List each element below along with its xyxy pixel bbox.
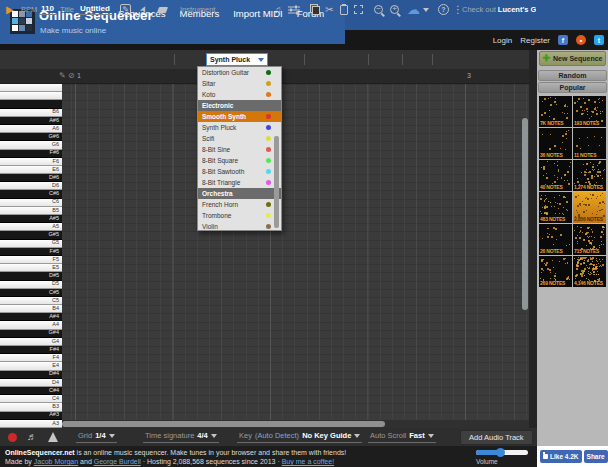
piano-key[interactable]: [0, 92, 62, 100]
piano-key-cs4[interactable]: C#4: [0, 387, 62, 395]
random-button[interactable]: Random: [538, 70, 607, 81]
jacob-morgan-link[interactable]: Jacob Morgan: [34, 458, 78, 465]
twitter-icon[interactable]: t: [594, 35, 604, 45]
piano-key[interactable]: [0, 100, 62, 108]
sequence-thumbnail[interactable]: 7K NOTES: [539, 96, 572, 127]
piano-key-gs5[interactable]: G#5: [0, 231, 62, 239]
piano-key-a6[interactable]: A6: [0, 125, 62, 133]
sequence-thumbnail[interactable]: 26 NOTES: [539, 224, 572, 255]
piano-key-a5[interactable]: A5: [0, 223, 62, 231]
george-burdell-link[interactable]: George Burdell: [94, 458, 141, 465]
auto-scroll-select[interactable]: Auto Scroll Fast: [368, 431, 436, 443]
facebook-like-button[interactable]: Like 4.2K: [540, 450, 582, 463]
zoom-out-icon[interactable]: −: [374, 5, 383, 14]
horizontal-scrollbar-thumb[interactable]: [62, 421, 385, 427]
add-audio-track-button[interactable]: Add Audio Track: [460, 430, 533, 445]
sequence-thumbnail[interactable]: 269 NOTES: [539, 256, 572, 287]
auto-detect-link[interactable]: (Auto Detect): [255, 431, 299, 440]
piano-key-e4[interactable]: E4: [0, 362, 62, 370]
key-guide-select[interactable]: Key (Auto Detect) No Key Guide: [237, 431, 362, 443]
piano-key-b4[interactable]: B4: [0, 305, 62, 313]
sequence-thumbnail[interactable]: 4,146 NOTES: [573, 256, 606, 287]
piano-key-ds4[interactable]: D#4: [0, 371, 62, 379]
piano-key-fs5[interactable]: F#5: [0, 248, 62, 256]
dropdown-item-violin[interactable]: Violin: [198, 221, 281, 231]
help-icon[interactable]: ?: [438, 4, 449, 15]
dropdown-item-smooth-synth[interactable]: Smooth Synth: [198, 111, 281, 122]
piano-key-fs6[interactable]: F#6: [0, 150, 62, 158]
reddit-icon[interactable]: •: [576, 35, 586, 45]
dropdown-item-trombone[interactable]: Trombone: [198, 210, 281, 221]
piano-key-c5[interactable]: C5: [0, 297, 62, 305]
grid-select[interactable]: Grid 1/4: [76, 431, 117, 443]
piano-key-g4[interactable]: G4: [0, 338, 62, 346]
buy-coffee-link[interactable]: Buy me a coffee!: [282, 458, 334, 465]
horizontal-scrollbar[interactable]: [62, 420, 529, 428]
dropdown-item-8-bit-triangle[interactable]: 8-Bit Triangle: [198, 177, 281, 188]
piano-key-a3[interactable]: A3: [0, 420, 62, 428]
dropdown-item-8-bit-sine[interactable]: 8-Bit Sine: [198, 144, 281, 155]
facebook-share-button[interactable]: Share: [584, 450, 608, 463]
midi-input-icon[interactable]: ♬: [27, 432, 37, 442]
cloud-save-icon[interactable]: ☁: [407, 3, 420, 16]
record-button[interactable]: [8, 433, 17, 442]
piano-key-b3[interactable]: B3: [0, 403, 62, 411]
piano-key-d4[interactable]: D4: [0, 379, 62, 387]
zoom-in-icon[interactable]: +: [390, 5, 399, 14]
copy-icon[interactable]: [310, 4, 320, 15]
piano-key-as3[interactable]: A#3: [0, 412, 62, 420]
sequence-thumbnail[interactable]: 1,274 NOTES: [573, 160, 606, 191]
login-link[interactable]: Login: [493, 36, 513, 45]
register-link[interactable]: Register: [520, 36, 550, 45]
piano-key-ds6[interactable]: D#6: [0, 174, 62, 182]
time-signature-select[interactable]: Time signature 4/4: [143, 431, 219, 443]
piano-key-b6[interactable]: B6: [0, 109, 62, 117]
popular-button[interactable]: Popular: [538, 82, 607, 93]
eraser-tool-icon[interactable]: [157, 7, 168, 13]
pencil-mode-icon[interactable]: ✎: [59, 72, 66, 80]
disable-mode-icon[interactable]: ⊘: [68, 72, 75, 80]
piano-key-as4[interactable]: A#4: [0, 313, 62, 321]
piano-key[interactable]: [0, 84, 62, 92]
piano-key-as6[interactable]: A#6: [0, 117, 62, 125]
piano-key-e6[interactable]: E6: [0, 166, 62, 174]
dropdown-item-french-horn[interactable]: French Horn: [198, 199, 281, 210]
vertical-scrollbar-thumb[interactable]: [522, 118, 528, 310]
volume-slider-thumb[interactable]: [496, 448, 505, 457]
piano-key-g5[interactable]: G5: [0, 240, 62, 248]
dropdown-scrollbar-thumb[interactable]: [274, 136, 279, 228]
paste-icon[interactable]: [340, 5, 348, 15]
volume-slider[interactable]: [476, 450, 528, 455]
piano-key-ds5[interactable]: D#5: [0, 272, 62, 280]
piano-key-b5[interactable]: B5: [0, 207, 62, 215]
sequence-thumbnail[interactable]: 36 NOTES: [539, 128, 572, 159]
piano-key-c4[interactable]: C4: [0, 395, 62, 403]
piano-key-d6[interactable]: D6: [0, 182, 62, 190]
sequence-thumbnail[interactable]: 11 NOTES: [573, 128, 606, 159]
marquee-select-icon[interactable]: [354, 5, 363, 14]
draw-tool-icon[interactable]: ✎: [120, 4, 131, 15]
piano-key-gs6[interactable]: G#6: [0, 133, 62, 141]
piano-key-d5[interactable]: D5: [0, 281, 62, 289]
new-sequence-button[interactable]: ✚ New Sequence: [539, 51, 606, 66]
save-menu-caret-icon[interactable]: [423, 8, 429, 12]
dropdown-item-koto[interactable]: Koto: [198, 89, 281, 100]
dropdown-item-8-bit-square[interactable]: 8-Bit Square: [198, 155, 281, 166]
bpm-input[interactable]: 110: [39, 4, 56, 15]
facebook-icon[interactable]: f: [558, 35, 568, 45]
title-input[interactable]: Untitled: [78, 4, 112, 15]
piano-key-cs5[interactable]: C#5: [0, 289, 62, 297]
piano-key-gs4[interactable]: G#4: [0, 330, 62, 338]
sequence-thumbnail[interactable]: 483 NOTES: [539, 192, 572, 223]
sequence-thumbnail[interactable]: 193 NOTES: [573, 96, 606, 127]
sequence-thumbnail[interactable]: 715 NOTES: [573, 224, 606, 255]
play-button[interactable]: ▶: [6, 5, 14, 15]
guide-banner[interactable]: Check out Lucent's Guide: [462, 5, 536, 14]
piano-key-f5[interactable]: F5: [0, 256, 62, 264]
cut-icon[interactable]: ✂: [325, 5, 333, 15]
piano-key-fs4[interactable]: F#4: [0, 346, 62, 354]
metronome-icon[interactable]: [48, 432, 58, 442]
piano-key-c6[interactable]: C6: [0, 199, 62, 207]
dropdown-item-distortion-guitar[interactable]: Distortion Guitar: [198, 67, 281, 78]
dropdown-item-8-bit-sawtooth[interactable]: 8-Bit Sawtooth: [198, 166, 281, 177]
